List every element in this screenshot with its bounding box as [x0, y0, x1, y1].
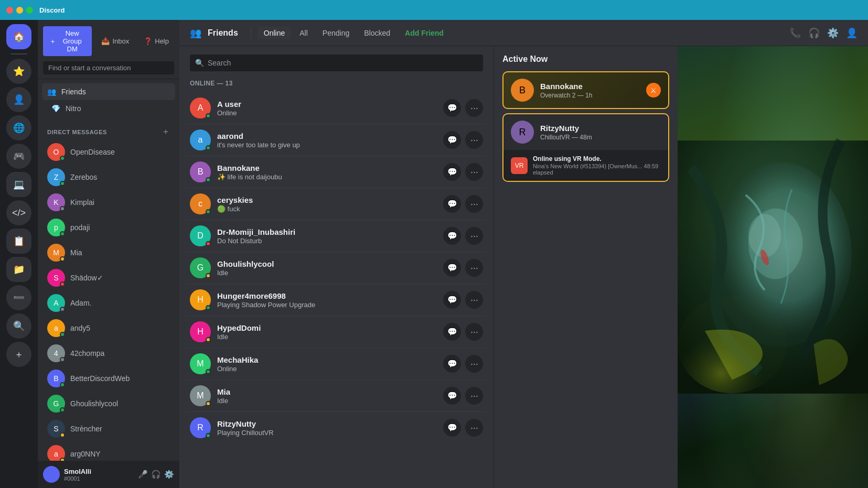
server-icon-10[interactable]: 🔍: [6, 313, 31, 339]
dm-list-item[interactable]: S Strèncher: [42, 416, 175, 441]
server-icon-3[interactable]: 🌐: [6, 115, 31, 140]
friend-status: Idle: [217, 333, 443, 341]
new-group-dm-button[interactable]: ＋ New Group DM: [43, 26, 92, 56]
friends-list-panel: 🔍 Online — 13 A A user Online 💬 ⋯ a aaro…: [179, 46, 494, 488]
server-icon-2[interactable]: 👤: [6, 87, 31, 112]
friend-item[interactable]: M MechaHika Online 💬 ⋯: [184, 348, 489, 379]
window-controls[interactable]: [6, 7, 33, 14]
server-icon-8[interactable]: 📁: [6, 257, 31, 282]
more-options-button[interactable]: ⋯: [465, 419, 483, 437]
dm-list-item[interactable]: O OpenDisease: [42, 139, 175, 165]
dm-avatar-wrap: S: [47, 269, 65, 287]
friend-item[interactable]: D Dr-Momiji_Inubashiri Do Not Disturb 💬 …: [184, 220, 489, 252]
help-button[interactable]: ❓ Help: [138, 26, 174, 56]
friend-item[interactable]: A A user Online 💬 ⋯: [184, 92, 489, 124]
friend-item[interactable]: H Hunger4more6998 Playing Shadow Power U…: [184, 284, 489, 316]
dm-list-item[interactable]: A Adam.: [42, 290, 175, 316]
dm-avatar-wrap: a: [47, 445, 65, 461]
server-icon-4[interactable]: 🎮: [6, 144, 31, 169]
message-friend-button[interactable]: 💬: [443, 419, 461, 437]
find-conversation-input[interactable]: [43, 61, 174, 74]
more-options-button[interactable]: ⋯: [465, 227, 483, 245]
maximize-button[interactable]: [26, 7, 33, 14]
close-button[interactable]: [6, 7, 13, 14]
settings-button[interactable]: ⚙️: [164, 470, 174, 479]
friend-info: Mia Idle: [217, 387, 443, 405]
friend-avatar-wrap: B: [190, 161, 211, 182]
dm-list-item[interactable]: a andy5: [42, 316, 175, 341]
server-icon-6[interactable]: </>: [6, 200, 31, 225]
friend-item[interactable]: B Bannokane ✨ life is not daijoubu 💬 ⋯: [184, 156, 489, 188]
friend-status: Playing ChilloutVR: [217, 429, 443, 437]
friend-item[interactable]: c ceryskies 🟢 fuck 💬 ⋯: [184, 188, 489, 220]
voice-call-button[interactable]: 📞: [789, 27, 801, 39]
friend-actions: 💬 ⋯: [443, 419, 483, 437]
message-friend-button[interactable]: 💬: [443, 163, 461, 181]
friend-item[interactable]: M Mia Idle 💬 ⋯: [184, 379, 489, 411]
server-icon-9[interactable]: ➖: [6, 285, 31, 310]
more-options-button[interactable]: ⋯: [465, 387, 483, 405]
message-friend-button[interactable]: 💬: [443, 355, 461, 373]
more-options-button[interactable]: ⋯: [465, 291, 483, 309]
user-avatar-button[interactable]: 👤: [846, 27, 858, 39]
deafen-button[interactable]: 🎧: [151, 470, 161, 479]
dm-list-item[interactable]: Z Zerebos: [42, 165, 175, 190]
search-friends-button[interactable]: ⚙️: [827, 27, 839, 39]
message-friend-button[interactable]: 💬: [443, 99, 461, 117]
tab-pending[interactable]: Pending: [316, 27, 356, 39]
dm-list-item[interactable]: p podaji: [42, 215, 175, 240]
server-icon-1[interactable]: ⭐: [6, 59, 31, 84]
message-friend-button[interactable]: 💬: [443, 259, 461, 277]
add-dm-button[interactable]: ＋: [162, 126, 170, 137]
tab-all[interactable]: All: [293, 27, 314, 39]
more-options-button[interactable]: ⋯: [465, 259, 483, 277]
friend-status: Playing Shadow Power Upgrade: [217, 301, 443, 309]
message-friend-button[interactable]: 💬: [443, 291, 461, 309]
dm-list-item[interactable]: 4 42chompa: [42, 341, 175, 366]
friend-item[interactable]: a aarond it's never too late to give up …: [184, 124, 489, 156]
tab-blocked[interactable]: Blocked: [358, 27, 397, 39]
server-icon-7[interactable]: 📋: [6, 229, 31, 254]
minimize-button[interactable]: [16, 7, 23, 14]
friend-item[interactable]: H HypedDomi Idle 💬 ⋯: [184, 316, 489, 348]
tab-online[interactable]: Online: [258, 27, 291, 39]
dm-list-item[interactable]: M Mia: [42, 240, 175, 265]
status-dot: [60, 458, 65, 461]
home-button[interactable]: 🏠: [6, 24, 31, 49]
message-friend-button[interactable]: 💬: [443, 195, 461, 213]
server-icon-5[interactable]: 💻: [6, 172, 31, 197]
friend-item[interactable]: R RitzyNutty Playing ChilloutVR 💬 ⋯: [184, 411, 489, 443]
more-options-button[interactable]: ⋯: [465, 163, 483, 181]
status-dot: [60, 432, 65, 438]
more-options-button[interactable]: ⋯: [465, 195, 483, 213]
more-options-button[interactable]: ⋯: [465, 131, 483, 149]
active-card-ritzynutty[interactable]: R RitzyNutty ChilloutVR — 48m VR Online …: [502, 113, 669, 182]
friend-info: Hunger4more6998 Playing Shadow Power Upg…: [217, 291, 443, 309]
bannokane-avatar-wrap: B: [511, 79, 534, 102]
dm-list-item[interactable]: S Shädow✓: [42, 265, 175, 290]
message-friend-button[interactable]: 💬: [443, 323, 461, 341]
tab-add-friend[interactable]: Add Friend: [399, 27, 450, 39]
message-friend-button[interactable]: 💬: [443, 131, 461, 149]
dm-list-item[interactable]: G Ghoulishlycool: [42, 391, 175, 416]
dm-list-item[interactable]: K Kimplai: [42, 190, 175, 215]
friends-search-input[interactable]: [190, 55, 483, 71]
overwatch-icon: ⚔: [646, 83, 661, 97]
status-dot: [60, 382, 65, 387]
nitro-nav-item[interactable]: 💎 Nitro: [46, 100, 171, 117]
active-card-bannokane[interactable]: B Bannokane Overwatch 2 — 1h ⚔: [502, 71, 669, 109]
more-options-button[interactable]: ⋯: [465, 355, 483, 373]
video-call-button[interactable]: 🎧: [808, 27, 820, 39]
dm-list-item[interactable]: a arg0NNY: [42, 441, 175, 461]
dm-list-item[interactable]: B BetterDiscordWeb: [42, 366, 175, 391]
friends-nav-item[interactable]: 👥 Friends: [42, 83, 175, 100]
more-options-button[interactable]: ⋯: [465, 323, 483, 341]
message-friend-button[interactable]: 💬: [443, 387, 461, 405]
image-panel-inner: [678, 46, 868, 488]
more-options-button[interactable]: ⋯: [465, 99, 483, 117]
mute-button[interactable]: 🎤: [138, 470, 148, 479]
friend-item[interactable]: G Ghoulishlycool Idle 💬 ⋯: [184, 252, 489, 284]
message-friend-button[interactable]: 💬: [443, 227, 461, 245]
add-server-button[interactable]: ＋: [6, 342, 31, 367]
inbox-button[interactable]: 📥 Inbox: [96, 26, 134, 56]
